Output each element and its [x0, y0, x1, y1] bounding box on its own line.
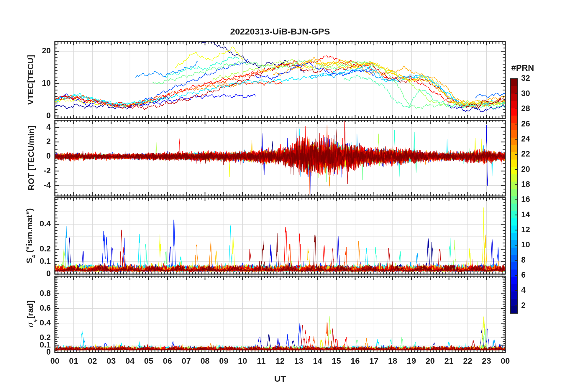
sigma-label-main: σ	[25, 322, 35, 328]
y-axis-label-sigma-phi: σφ[rad]	[25, 246, 36, 382]
figure: 20220313-UiB-BJN-GPS VTEC[TECU] ROT [TEC…	[0, 0, 561, 392]
x-axis-label: UT	[55, 374, 505, 384]
sigma-label-rest: [rad]	[26, 300, 35, 319]
sigma-label-sub: φ	[32, 319, 37, 322]
chart-title: 20220313-UiB-BJN-GPS	[55, 27, 505, 37]
chart-canvas	[0, 0, 561, 392]
colorbar-title: #PRN	[502, 63, 543, 73]
